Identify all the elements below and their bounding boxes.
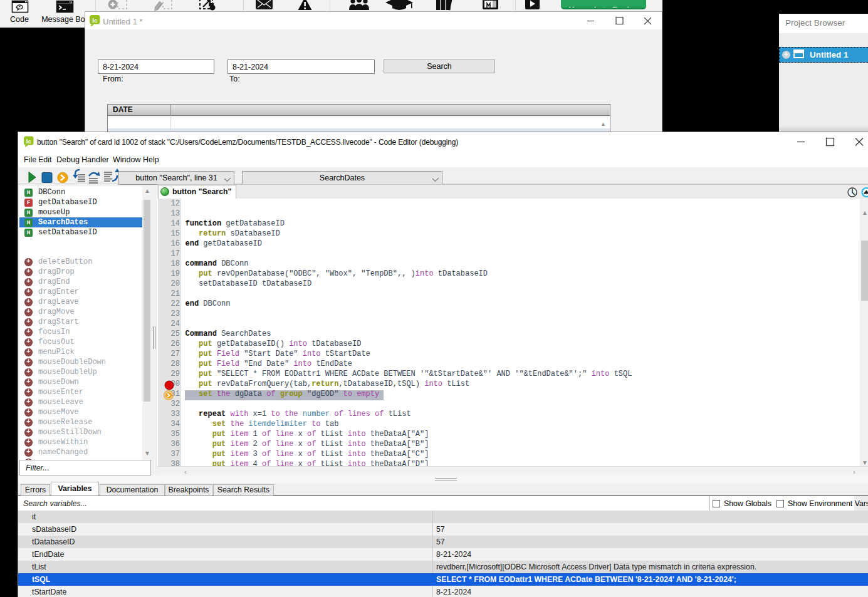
svg-text:lc: lc <box>92 17 97 24</box>
